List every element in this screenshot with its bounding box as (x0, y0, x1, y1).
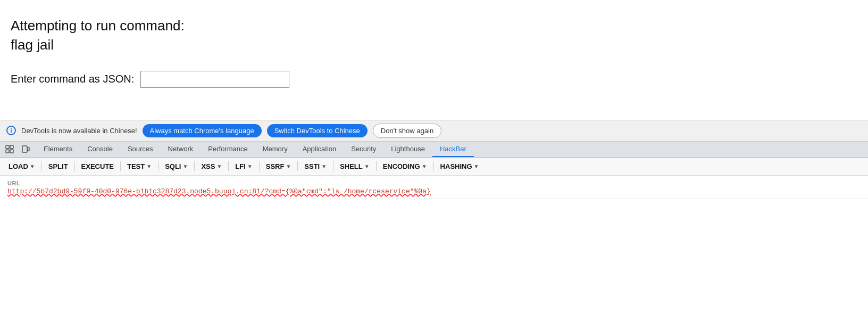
hackbar-load-button[interactable]: LOAD ▼ (5, 161, 38, 172)
separator-11 (433, 161, 434, 171)
dont-show-again-button[interactable]: Don't show again (373, 124, 441, 138)
separator-2 (74, 161, 75, 171)
always-match-language-button[interactable]: Always match Chrome's language (143, 124, 262, 137)
tab-network[interactable]: Network (161, 142, 201, 157)
hackbar-lfi-button[interactable]: LFI ▼ (232, 161, 255, 172)
svg-rect-0 (6, 145, 9, 149)
separator-10 (376, 161, 377, 171)
hackbar-encoding-button[interactable]: ENCODING ▼ (380, 161, 430, 172)
hackbar-sqli-button[interactable]: SQLI ▼ (162, 161, 191, 172)
notification-text: DevTools is now available in Chinese! (21, 127, 137, 135)
switch-to-chinese-button[interactable]: Switch DevTools to Chinese (267, 124, 368, 137)
hashing-dropdown-arrow: ▼ (474, 164, 479, 169)
separator-4 (158, 161, 158, 171)
hackbar-toolbar: LOAD ▼ SPLIT EXECUTE TEST ▼ SQLI ▼ XSS ▼… (0, 158, 868, 176)
shell-dropdown-arrow: ▼ (364, 164, 370, 169)
encoding-dropdown-arrow: ▼ (422, 164, 427, 169)
hackbar-ssrf-button[interactable]: SSRF ▼ (263, 161, 295, 172)
tab-memory[interactable]: Memory (255, 142, 295, 157)
title-line2: flag jail (11, 37, 54, 53)
hackbar-ssti-button[interactable]: SSTI ▼ (301, 161, 330, 172)
devtools-notification-bar: i DevTools is now available in Chinese! … (0, 120, 868, 142)
sqli-dropdown-arrow: ▼ (182, 164, 188, 169)
hackbar-url-section: URL http://5b7d2bd9-59f9-40d0-976e-b1b1c… (0, 176, 868, 199)
devtools-tabs-bar: Elements Console Sources Network Perform… (0, 142, 868, 158)
separator-7 (259, 161, 260, 171)
separator-5 (194, 161, 195, 171)
svg-rect-4 (22, 146, 27, 152)
svg-rect-3 (10, 150, 13, 153)
separator-3 (120, 161, 121, 171)
devtools-icon-group (2, 142, 33, 157)
json-label: Enter command as JSON: (11, 73, 134, 85)
tab-performance[interactable]: Performance (201, 142, 255, 157)
page-content: Attempting to run command: flag jail Ent… (0, 0, 868, 120)
url-label: URL (7, 180, 861, 186)
page-title: Attempting to run command: flag jail (11, 16, 857, 55)
json-input[interactable] (140, 71, 289, 88)
tab-security[interactable]: Security (344, 142, 383, 157)
tab-hackbar[interactable]: HackBar (432, 142, 474, 157)
inspect-icon-button[interactable] (2, 142, 17, 157)
info-icon: i (6, 126, 16, 135)
lfi-dropdown-arrow: ▼ (247, 164, 253, 169)
json-form: Enter command as JSON: (11, 71, 857, 88)
url-value[interactable]: http://5b7d2bd9-59f9-40d0-976e-b1b1c3287… (7, 187, 861, 195)
tab-lighthouse[interactable]: Lighthouse (383, 142, 432, 157)
xss-dropdown-arrow: ▼ (216, 164, 222, 169)
device-toolbar-button[interactable] (18, 142, 33, 157)
tab-console[interactable]: Console (80, 142, 120, 157)
hackbar-xss-button[interactable]: XSS ▼ (198, 161, 225, 172)
load-dropdown-arrow: ▼ (30, 164, 35, 169)
separator-6 (228, 161, 229, 171)
hackbar-hashing-button[interactable]: HASHING ▼ (437, 161, 482, 172)
tab-elements[interactable]: Elements (36, 142, 80, 157)
test-dropdown-arrow: ▼ (146, 164, 152, 169)
svg-rect-2 (6, 150, 9, 153)
hackbar-execute-button[interactable]: EXECUTE (78, 161, 117, 172)
title-line1: Attempting to run command: (11, 18, 185, 34)
ssrf-dropdown-arrow: ▼ (286, 164, 291, 169)
ssti-dropdown-arrow: ▼ (321, 164, 327, 169)
hackbar-shell-button[interactable]: SHELL ▼ (337, 161, 373, 172)
separator-9 (333, 161, 333, 171)
tab-sources[interactable]: Sources (120, 142, 161, 157)
hackbar-test-button[interactable]: TEST ▼ (124, 161, 155, 172)
tab-application[interactable]: Application (295, 142, 344, 157)
separator-1 (41, 161, 42, 171)
svg-rect-5 (28, 148, 29, 151)
hackbar-split-button[interactable]: SPLIT (45, 161, 71, 172)
svg-rect-1 (10, 145, 13, 149)
separator-8 (297, 161, 298, 171)
